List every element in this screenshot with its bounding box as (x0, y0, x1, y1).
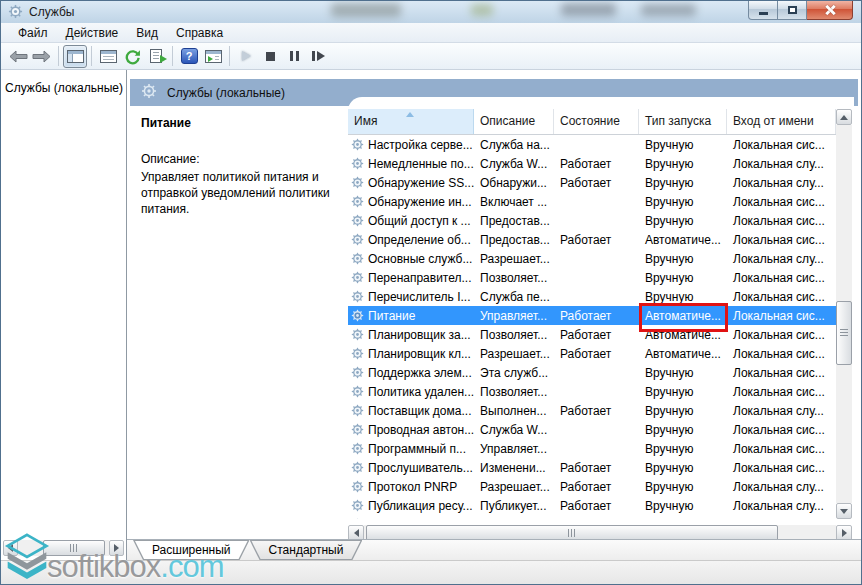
service-name-cell: Поддержка элем... (348, 366, 474, 380)
column-header-status[interactable]: Состояние (554, 109, 639, 134)
help-icon[interactable]: ? (177, 45, 201, 68)
table-row[interactable]: Перечислитель I...Служба пе...ВручнуюЛок… (348, 287, 836, 306)
column-header-startup-type[interactable]: Тип запуска (639, 109, 727, 134)
table-cell: Вручную (639, 195, 727, 209)
minimize-button[interactable] (748, 1, 778, 20)
table-cell: Служба на... (474, 138, 554, 152)
services-pane: Службы (локальные) Питание Описание: Упр… (127, 70, 861, 560)
banner-label: Службы (локальные) (167, 86, 285, 100)
service-gear-icon (351, 138, 364, 151)
table-row[interactable]: Общий доступ к ...Предостав...ВручнуюЛок… (348, 211, 836, 230)
show-action-pane-icon[interactable] (201, 45, 225, 68)
table-row[interactable]: ПитаниеУправляет...РаботаетАвтоматиче...… (348, 306, 836, 325)
tree-item-services[interactable]: Службы (локальные) (1, 70, 126, 95)
table-cell: Автоматиче... (639, 233, 727, 247)
service-gear-icon (351, 347, 364, 360)
table-row[interactable]: Обнаружение SS...Обнаружи...РаботаетВруч… (348, 173, 836, 192)
table-cell: Вручную (639, 442, 727, 456)
stop-service-icon[interactable] (258, 45, 282, 68)
table-row[interactable]: Немедленные по...Служба W...РаботаетВруч… (348, 154, 836, 173)
maximize-button[interactable] (778, 1, 807, 20)
service-gear-icon (351, 290, 364, 303)
service-gear-icon (351, 271, 364, 284)
service-name-cell: Перенаправител... (348, 271, 474, 285)
table-cell: Работает (554, 309, 639, 323)
table-row[interactable]: Рабочая станц...Создает и ...РаботаетАвт… (348, 515, 836, 519)
column-header-name[interactable]: Имя (348, 109, 474, 134)
table-row[interactable]: Основные служб...Разрешает...ВручнуюЛока… (348, 249, 836, 268)
back-icon[interactable] (6, 45, 30, 68)
menu-help[interactable]: Справка (167, 24, 232, 42)
table-row[interactable]: Определение об...Предостав...РаботаетАвт… (348, 230, 836, 249)
table-cell: Вручную (639, 404, 727, 418)
column-header-logon-as[interactable]: Вход от имени (727, 109, 836, 134)
table-cell: Работает (554, 480, 639, 494)
table-vertical-scrollbar[interactable] (836, 109, 852, 519)
table-cell: Работает (554, 347, 639, 361)
table-cell: Локальная сис... (727, 366, 836, 380)
table-cell: Вручную (639, 461, 727, 475)
menu-file[interactable]: Файл (9, 24, 57, 42)
menu-bar: Файл Действие Вид Справка (1, 23, 861, 43)
table-cell: Включает ... (474, 195, 554, 209)
table-row[interactable]: Поставщик дома...Выполнен...РаботаетВруч… (348, 401, 836, 420)
table-cell: Локальная слу... (727, 404, 836, 418)
table-row[interactable]: Планировщик за...Позволяет...РаботаетАвт… (348, 325, 836, 344)
export-list-icon[interactable] (144, 45, 168, 68)
service-name-cell: Обнаружение ин... (348, 195, 474, 209)
service-name-cell: Питание (348, 309, 474, 323)
window-title: Службы (29, 5, 74, 19)
table-row[interactable]: Обнаружение ин...Включает ...ВручнуюЛока… (348, 192, 836, 211)
service-gear-icon (351, 195, 364, 208)
table-row[interactable]: Прослушиватель...Изменени...РаботаетВруч… (348, 458, 836, 477)
scroll-up-button[interactable] (836, 109, 852, 125)
table-row[interactable]: Политика удален...Позволяет...ВручнуюЛок… (348, 382, 836, 401)
services-rows: Настройка серве...Служба на...ВручнуюЛок… (348, 135, 836, 519)
service-gear-icon (351, 328, 364, 341)
service-gear-icon (351, 518, 364, 519)
window-controls (748, 1, 853, 20)
service-gear-icon (351, 404, 364, 417)
service-gear-icon (351, 423, 364, 436)
service-name-cell: Протокол PNRP (348, 480, 474, 494)
table-row[interactable]: Программный п...Управляет...ВручнуюЛокал… (348, 439, 836, 458)
pause-service-icon[interactable] (282, 45, 306, 68)
restart-service-icon[interactable] (306, 45, 330, 68)
close-button[interactable] (807, 1, 853, 20)
table-row[interactable]: Поддержка элем...Эта служб...ВручнуюЛока… (348, 363, 836, 382)
title-bar[interactable]: Службы (1, 1, 861, 23)
table-row[interactable]: Настройка серве...Служба на...ВручнуюЛок… (348, 135, 836, 154)
services-window: Службы Файл Действие Вид Справка (0, 0, 862, 585)
table-row[interactable]: Планировщик кл...Разрешает...РаботаетАвт… (348, 344, 836, 363)
table-row[interactable]: Перенаправител...Позволяет...ВручнуюЛока… (348, 268, 836, 287)
show-console-tree-icon[interactable] (63, 45, 87, 68)
table-cell: Вручную (639, 366, 727, 380)
table-row[interactable]: Публикация ресу...Публикует...РаботаетВр… (348, 496, 836, 515)
table-cell: Выполнен... (474, 404, 554, 418)
refresh-icon[interactable] (120, 45, 144, 68)
tab-standard[interactable]: Стандартный (250, 540, 363, 560)
column-header-description[interactable]: Описание (474, 109, 554, 134)
service-detail: Питание Описание: Управляет политикой пи… (141, 116, 353, 217)
forward-icon[interactable] (30, 45, 54, 68)
scroll-down-button[interactable] (836, 503, 852, 519)
minimize-icon (759, 12, 768, 15)
service-gear-icon (351, 233, 364, 246)
table-cell: Локальная сис... (727, 290, 836, 304)
scrollbar-thumb[interactable] (836, 301, 852, 365)
table-row[interactable]: Проводная автон...Служба W...ВручнуюЛока… (348, 420, 836, 439)
table-cell: Вручную (639, 138, 727, 152)
table-cell: Автоматиче... (639, 347, 727, 361)
menu-view[interactable]: Вид (127, 24, 167, 42)
table-cell: Изменени... (474, 461, 554, 475)
table-header: Имя Описание Состояние Тип запуска Вход … (348, 109, 836, 135)
menu-action[interactable]: Действие (57, 24, 128, 42)
table-cell: Служба пе... (474, 290, 554, 304)
table-cell: Локальная слу... (727, 176, 836, 190)
table-row[interactable]: Протокол PNRPРазрешает...РаботаетВручную… (348, 477, 836, 496)
table-cell: Работает (554, 499, 639, 513)
table-cell: Локальная сис... (727, 195, 836, 209)
properties-icon[interactable] (96, 45, 120, 68)
start-service-icon[interactable] (234, 45, 258, 68)
table-cell: Локальная сис... (727, 461, 836, 475)
